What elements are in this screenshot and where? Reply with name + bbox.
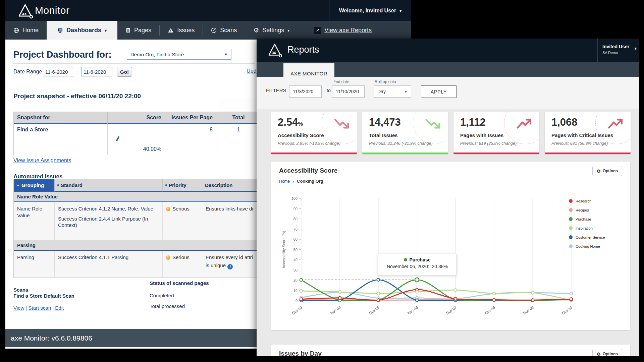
nav-item-scans[interactable]: Scans (203, 21, 245, 40)
globe-icon (13, 27, 19, 33)
nav-item-settings[interactable]: ⚙ Settings ▾ (245, 21, 298, 40)
svg-text:20: 20 (293, 278, 298, 282)
monitor-nav: Home Dashboards ▾ Pages Issues Scans ⚙ S… (5, 21, 411, 40)
legend-dot (569, 235, 573, 239)
col-header-grouping[interactable]: ▲ Grouping (14, 179, 55, 192)
kpi-card-accessibility-score: 2.54% Accessibility Score Previous: 2.95… (271, 112, 357, 154)
legend-item[interactable]: Cooking Home (569, 242, 605, 251)
col-header-issues-per-page[interactable]: Issues Per Page (165, 112, 216, 124)
tooltip-series-dot (404, 258, 407, 261)
rollup-select[interactable]: Day ▼ (374, 85, 411, 98)
col-header-score[interactable]: Score (108, 112, 165, 124)
col-priority-label: Priority (169, 182, 186, 188)
chevron-down-icon: ▾ (399, 8, 401, 13)
score-gauge-needle (116, 136, 119, 141)
col-grouping-label: Grouping (21, 182, 44, 188)
edit-scan-link[interactable]: Edit (55, 305, 64, 311)
nav-item-issues[interactable]: Issues (160, 21, 203, 40)
chevron-down-icon: ▾ (287, 28, 289, 33)
info-icon[interactable]: i (227, 264, 233, 269)
legend-item[interactable]: Purchase (569, 215, 605, 224)
col-header-total[interactable]: Total (216, 112, 261, 124)
kpi-previous: Previous: 819 (35.8% change) (460, 141, 517, 146)
options-label: Options (603, 352, 618, 356)
svg-text:100: 100 (291, 196, 298, 200)
panel-title: Accessibility Score (279, 167, 337, 174)
monitor-brand: Monitor (35, 5, 70, 16)
nav-label-view-axe-reports: View axe Reports (324, 27, 372, 34)
cell-standard: Success Criterion 4.1.1 Parsing (55, 251, 163, 278)
breadcrumb-current: Cooking Org (297, 179, 323, 184)
date-to-input[interactable] (81, 67, 112, 76)
svg-text:90: 90 (293, 207, 298, 211)
legend-item[interactable]: Research (569, 196, 605, 205)
svg-text:Nov 06: Nov 06 (407, 305, 419, 315)
sort-asc-icon: ▲ (16, 183, 19, 187)
legend-dot (569, 226, 573, 230)
sort-icon: ▴▾ (165, 183, 167, 187)
svg-text:ax: ax (22, 11, 27, 16)
legend-label: Customer Service (576, 235, 605, 239)
filters-label: FILTERS (266, 87, 286, 93)
nav-label-settings: Settings (262, 27, 284, 34)
options-button[interactable]: ⚙ Options (592, 166, 622, 176)
view-scan-link[interactable]: View (13, 305, 24, 311)
welcome-user-menu[interactable]: Welcome, Invited User ▾ (329, 0, 411, 21)
breadcrumb: Home › Cooking Org (279, 178, 323, 184)
start-date-input[interactable] (289, 85, 322, 98)
legend-label: Recipes (576, 208, 589, 212)
standard-line: Success Criterion 2.4.4 Link Purpose (In… (58, 216, 159, 229)
nav-item-pages[interactable]: Pages (117, 21, 159, 40)
kpi-label: Accessibility Score (278, 132, 324, 138)
project-select[interactable]: Demo Org, Find a Store ▼ (127, 49, 231, 60)
status-row-completed: Completed (150, 291, 260, 300)
col-header-standard[interactable]: ▴▾ Standard (55, 179, 163, 192)
options-label: Options (603, 169, 618, 173)
pages-icon (125, 27, 131, 33)
svg-text:60: 60 (293, 237, 298, 241)
svg-text:Nov 04: Nov 04 (330, 305, 341, 315)
col-header-snapshot-for[interactable]: Snapshot for- (14, 112, 108, 124)
nav-item-home[interactable]: Home (5, 21, 47, 40)
go-button-label: Go! (120, 69, 129, 75)
svg-text:Nov 05: Nov 05 (368, 305, 380, 315)
reports-user-menu[interactable]: Invited User SA Demo ▾ (597, 39, 639, 62)
external-link-icon: ↗ (314, 27, 321, 34)
snapshot-row-total-cell: 1 (216, 124, 261, 155)
kpi-label: Pages with Issues (460, 132, 503, 138)
snapshot-row-issues-per-page: 8 (165, 124, 216, 155)
version-text: axe Monitor: v6.6.0.89806 (11, 334, 92, 342)
go-button[interactable]: Go! (117, 67, 132, 77)
svg-text:30: 30 (293, 268, 298, 272)
svg-text:Nov 07: Nov 07 (445, 305, 457, 315)
total-issues-link[interactable]: 1 (237, 127, 240, 132)
legend-item[interactable]: Customer Service (569, 233, 605, 242)
axe-logo-icon: ax (17, 3, 33, 19)
options-button[interactable]: ⚙ Options (592, 349, 622, 356)
view-issue-assignments-link[interactable]: View Issue Assignments (13, 158, 71, 164)
link-separator: | (52, 305, 54, 311)
legend-item[interactable]: Recipes (569, 205, 605, 215)
scan-name: Find a Store Default Scan (13, 293, 74, 299)
nav-item-view-axe-reports[interactable]: ↗ View axe Reports (306, 21, 380, 40)
legend-item[interactable]: Inspiration (569, 224, 605, 233)
trend-down-icon (334, 117, 350, 130)
cell-priority: Serious (163, 251, 202, 278)
svg-text:10: 10 (293, 289, 298, 293)
svg-text:80: 80 (293, 217, 298, 221)
breadcrumb-home-link[interactable]: Home (279, 179, 290, 184)
tab-axe-monitor[interactable]: AXE MONITOR (283, 63, 334, 83)
date-from-input[interactable] (43, 67, 74, 76)
nav-label-pages: Pages (134, 27, 151, 34)
apply-button[interactable]: APPLY (421, 85, 457, 98)
nav-item-dashboards[interactable]: Dashboards ▾ (47, 21, 117, 40)
start-scan-link[interactable]: Start scan (29, 305, 51, 311)
trend-up-icon (517, 117, 532, 130)
legend-label: Cooking Home (576, 244, 600, 248)
chevron-down-icon: ▾ (105, 28, 107, 33)
svg-text:40: 40 (293, 258, 298, 262)
kpi-value: 14,473 (369, 116, 401, 128)
end-date-input[interactable] (332, 85, 365, 98)
col-header-priority[interactable]: ▴▾ Priority (163, 179, 202, 192)
filter-divider (370, 79, 370, 101)
